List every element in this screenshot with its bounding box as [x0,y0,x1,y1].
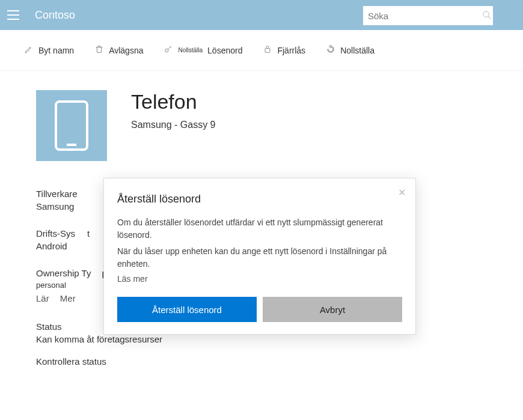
svg-rect-3 [265,49,270,53]
rename-action[interactable]: Byt namn [24,44,74,56]
dialog-learn-more-link[interactable]: Läs mer [117,274,402,284]
lock-icon [263,44,272,56]
dialog-buttons: Återställ lösenord Avbryt [117,297,402,322]
action-bar: Byt namn Avlägsna Nollställa Lösenord Fj… [0,30,523,71]
cancel-button[interactable]: Avbryt [263,297,402,322]
status-value: Kan komma åt företagsresurser [36,334,499,344]
more-text: Mer [60,293,76,303]
reset-icon [326,44,335,56]
remove-action[interactable]: Avlägsna [94,44,143,56]
svg-point-0 [483,11,489,17]
svg-rect-4 [56,102,87,150]
device-title-block: Telefon Samsung - Gassy 9 [131,90,216,130]
check-status-link[interactable]: Kontrollera status [36,356,499,367]
learn-text: Lär [36,293,49,303]
svg-point-2 [165,49,168,52]
device-tile [36,90,107,161]
remote-lock-label: Fjärrlås [277,46,305,55]
rename-label: Byt namn [38,46,74,55]
key-icon [164,44,173,56]
reset-action[interactable]: Nollställa [326,44,375,56]
device-header: Telefon Samsung - Gassy 9 [36,90,499,161]
reset-pw-small-label: Nollställa [178,47,203,53]
top-bar: Contoso [0,0,523,30]
dialog-body-2: När du låser upp enheten kan du ange ett… [117,245,402,270]
search-input[interactable] [368,11,482,21]
remote-lock-action[interactable]: Fjärrlås [263,44,305,56]
close-icon[interactable]: ✕ [398,187,406,198]
trash-icon [94,44,104,56]
hamburger-icon[interactable] [7,7,24,23]
device-subtitle: Samsung - Gassy 9 [131,120,216,130]
dialog-body-1: Om du återställer lösenordet utfärdar vi… [117,216,402,242]
device-title: Telefon [131,90,216,114]
svg-line-1 [488,16,491,19]
brand-name: Contoso [35,9,75,22]
reset-password-action[interactable]: Nollställa Lösenord [164,44,242,56]
phone-icon [54,99,90,152]
dialog-title: Återställ lösenord [117,193,402,205]
remove-label: Avlägsna [109,46,143,55]
search-box[interactable] [363,6,493,25]
confirm-reset-button[interactable]: Återställ lösenord [117,297,257,322]
reset-label: Nollställa [340,46,375,55]
reset-password-dialog: ✕ Återställ lösenord Om du återställer l… [103,178,416,335]
pencil-icon [24,44,34,56]
reset-pw-label: Lösenord [207,46,242,55]
search-icon[interactable] [482,10,492,22]
